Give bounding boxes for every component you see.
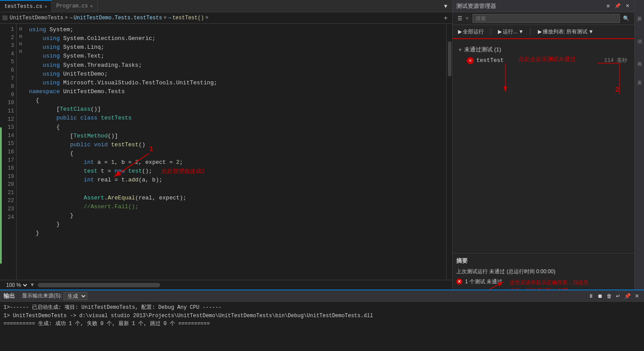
- output-btn-wrap[interactable]: ↵: [615, 292, 622, 300]
- breadcrumb-project[interactable]: UnitTestDemoTests: [10, 15, 63, 21]
- add-watch-btn[interactable]: ＋: [441, 13, 450, 23]
- test-item-testtest[interactable]: ✕ testTest 114 毫秒: [456, 55, 631, 66]
- test-panel: 测试资源管理器 ≡ 📌 ✕ ☰ ▼ 🔍 ▶: [452, 0, 634, 289]
- tab-testTests-label: testTests.cs: [4, 4, 42, 10]
- zoom-select[interactable]: 100 % 75 % 125 %: [4, 282, 29, 289]
- test-search-input[interactable]: [472, 14, 620, 23]
- test-name-testtest: testTest: [476, 57, 504, 64]
- code-line-14: public void testTest(): [29, 141, 442, 149]
- output-icons: ⏸ ⏹ 🗑 ↵ 📌 ✕: [587, 292, 640, 300]
- code-line-5: using System.Threading.Tasks;: [29, 61, 442, 70]
- strip-btn-2[interactable]: 消: [635, 25, 644, 47]
- code-line-17: test t = new test();: [29, 167, 442, 176]
- tab-testTests[interactable]: testTests.cs ✕: [0, 0, 52, 12]
- test-search-bar: ☰ ▼ 🔍: [453, 12, 634, 25]
- output-content[interactable]: 1>------ 已启动生成: 项目: UnitTestDemoTests, 配…: [0, 302, 644, 351]
- output-title: 输出: [4, 292, 15, 300]
- output-pin-btn[interactable]: 📌: [623, 292, 632, 300]
- output-line-2: 1> UnitTestDemoTests -> d:\visual studio…: [4, 312, 640, 320]
- test-panel-header: 测试资源管理器 ≡ 📌 ✕: [453, 0, 634, 12]
- output-source-label: 显示输出来源(S):: [22, 292, 62, 300]
- test-section-label-failed: 未通过测试 (1): [464, 46, 501, 54]
- code-line-2: using System.Collections.Generic;: [29, 34, 442, 43]
- output-source-select[interactable]: 生成: [64, 292, 87, 300]
- code-line-4: using System.Text;: [29, 52, 442, 61]
- tab-program[interactable]: Program.cs ✕: [52, 0, 97, 12]
- summary-title: 摘要: [456, 257, 631, 265]
- annotation-text-3b: 没有，不知道问题出在哪: [510, 287, 568, 289]
- test-panel-list-btn[interactable]: ≡: [605, 2, 611, 10]
- code-line-8: namespace UnitTestDemo.Tests: [29, 87, 442, 96]
- code-line-19: [29, 185, 442, 194]
- tab-dropdown-btn[interactable]: ▼: [442, 2, 450, 10]
- breadcrumb: ⬛ UnitTestDemoTests ▼ → UnitTestDemo.Tes…: [0, 12, 452, 24]
- expand-indicators: ⊟ ⊟ ⊟ ⊟: [17, 24, 25, 280]
- test-section-failed: ▼ 未通过测试 (1) ✕ testTest 114 毫秒: [453, 43, 634, 68]
- code-line-18: int real = t.add(a, b);: [29, 176, 442, 185]
- code-line-15: {: [29, 149, 442, 158]
- breadcrumb-arrow: →: [69, 15, 72, 21]
- output-btn-stop[interactable]: ⏹: [596, 292, 604, 300]
- playlist-btn[interactable]: ▶ 播放列表: 所有测试 ▼: [536, 27, 596, 36]
- run-all-icon: ▶: [458, 29, 462, 35]
- run-all-btn[interactable]: ▶ 全部运行: [456, 27, 486, 36]
- test-content[interactable]: ▼ 未通过测试 (1) ✕ testTest 114 毫秒: [453, 39, 634, 253]
- code-line-7: using Microsoft.VisualStudio.TestTools.U…: [29, 79, 442, 87]
- code-line-10: [TestClass()]: [29, 105, 442, 114]
- code-line-20: Assert.AreEqual(real, expect);: [29, 194, 442, 203]
- annotation-num-2: 2: [615, 86, 619, 94]
- output-header: 输出 显示输出来源(S): 生成 ⏸ ⏹ 🗑 ↵ 📌 ✕: [0, 290, 644, 302]
- test-panel-pin-btn[interactable]: 📌: [613, 2, 622, 10]
- code-line-22: }: [29, 211, 442, 220]
- tab-program-close[interactable]: ✕: [90, 4, 93, 9]
- test-panel-close-btn[interactable]: ✕: [624, 2, 631, 10]
- code-line-13: [TestMethod()]: [29, 132, 442, 141]
- code-line-1: using System;: [29, 25, 442, 34]
- test-summary: 摘要 上次测试运行 未通过 (总运行时间 0:00:00) ✕ 1 个测试 未通…: [453, 253, 634, 289]
- strip-btn-1[interactable]: 新: [635, 2, 644, 24]
- zoom-label: ▼: [31, 282, 34, 288]
- output-panel: 输出 显示输出来源(S): 生成 ⏸ ⏹ 🗑 ↵ 📌 ✕ 1>------ 已启…: [0, 289, 644, 351]
- gutter-indicators: [0, 24, 4, 280]
- breadcrumb-namespace[interactable]: UnitTestDemo.Tests.testTests: [74, 15, 162, 21]
- code-line-16: int a = 1, b = 2, expect = 2;: [29, 158, 442, 167]
- breadcrumb-arrow2: →: [168, 15, 171, 21]
- test-section-header-failed[interactable]: ▼ 未通过测试 (1): [456, 44, 631, 55]
- code-line-11: public class testTests: [29, 114, 442, 123]
- output-source: 显示输出来源(S): 生成: [22, 292, 87, 300]
- code-line-3: using System.Linq;: [29, 43, 442, 52]
- strip-btn-4[interactable]: 库: [635, 70, 644, 83]
- breadcrumb-method[interactable]: testTest(): [172, 15, 204, 21]
- summary-last-run: 上次测试运行 未通过 (总运行时间 0:00:00): [456, 268, 631, 276]
- test-toolbar: ▶ 全部运行 │ ▶ 运行... ▼ │ ▶ 播放列表: 所有测试 ▼: [453, 25, 634, 39]
- summary-fail-item: ✕ 1 个测试 未通过: [456, 278, 631, 286]
- output-btn-clear[interactable]: 🗑: [605, 292, 613, 300]
- output-line-1: 1>------ 已启动生成: 项目: UnitTestDemoTests, 配…: [4, 304, 640, 312]
- output-line-3: ========== 生成: 成功 1 个, 失败 0 个, 最新 1 个, 跳…: [4, 320, 640, 328]
- run-icon: ▶: [498, 29, 502, 35]
- scrollbar-thumb[interactable]: [448, 41, 451, 76]
- strip-btn-3[interactable]: 画: [635, 47, 644, 69]
- h-scrollbar-thumb[interactable]: [38, 283, 160, 287]
- code-line-6: using UnitTestDemo;: [29, 70, 442, 79]
- code-area[interactable]: using System; using System.Collections.G…: [25, 24, 446, 280]
- tab-bar: testTests.cs ✕ Program.cs ✕ ▼: [0, 0, 452, 12]
- modified-indicator: [0, 127, 2, 264]
- code-line-23: }: [29, 220, 442, 229]
- code-line-21: //Assert.Fail();: [29, 203, 442, 211]
- summary-fail-count: 1 个测试 未通过: [465, 278, 502, 286]
- fail-icon-summary: ✕: [456, 279, 462, 285]
- test-search-btn[interactable]: 🔍: [622, 14, 631, 22]
- test-panel-icons: ≡ 📌 ✕: [605, 2, 631, 10]
- tab-testTests-close[interactable]: ✕: [44, 4, 47, 9]
- code-line-24: }: [29, 229, 442, 238]
- editor-scrollbar[interactable]: [446, 24, 452, 280]
- output-btn-pause[interactable]: ⏸: [587, 292, 595, 300]
- editor-statusbar: 100 % 75 % 125 % ▼: [0, 280, 452, 289]
- run-btn[interactable]: ▶ 运行... ▼: [496, 27, 526, 36]
- test-filter-btn[interactable]: ☰: [456, 14, 464, 22]
- output-close-btn[interactable]: ✕: [633, 292, 640, 300]
- code-line-12: {: [29, 123, 442, 132]
- tab-program-label: Program.cs: [56, 3, 88, 9]
- playlist-icon: ▶: [538, 29, 542, 35]
